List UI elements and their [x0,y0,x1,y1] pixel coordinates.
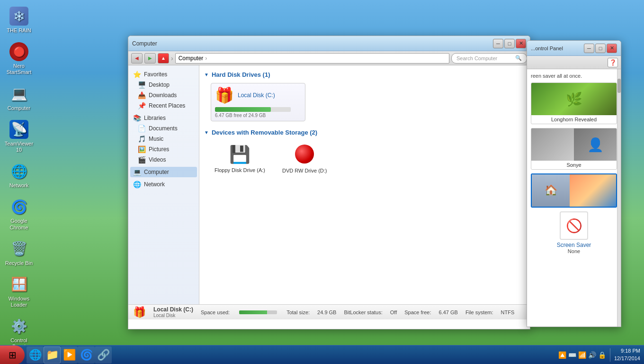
desktop-icon-rain[interactable]: ❄️ THE RAIN [2,5,36,36]
removable-section-header[interactable]: ▼ Devices with Removable Storage (2) [203,127,526,138]
recent-icon: 📌 [138,102,146,109]
desktop-icon-network[interactable]: 🌐 Network [2,160,36,191]
floppy-disk-drive[interactable]: 💾 Floppy Disk Drive (A:) [211,141,269,177]
taskbar-media-button[interactable]: ▶️ [61,346,78,364]
hard-disk-section-header[interactable]: ▼ Hard Disk Drives (1) [203,69,526,80]
nero-icon: 🔴 [9,42,28,61]
taskbar: ⊞ 🌐 📁 ▶️ 🌀 🔗 🔼 ⌨️ 📶 🔊 🔒 9:18 PM 12/17/20… [0,345,644,364]
desktop-icons: ❄️ THE RAIN 🔴 Nero StartSmart 💻 Computer… [2,5,36,364]
sidebar-item-pictures[interactable]: 🖼️ Pictures [130,144,197,155]
sidebar-item-documents[interactable]: 📄 Documents [130,123,197,134]
control-panel-window: ...ontrol Panel ─ □ ✕ ❓ reen saver all a… [527,40,621,327]
tray-volume-icon[interactable]: 🔊 [588,351,596,359]
cp-thumb-lighthouse[interactable]: 🏠 [531,173,617,208]
sidebar-item-recent[interactable]: 📌 Recent Places [130,100,197,111]
taskbar-clock[interactable]: 9:18 PM 12/17/2014 [614,347,640,362]
drive-gift-icon: 🎁 [215,86,234,104]
library-icon: 📚 [133,114,141,122]
drive-name-text: Local Disk (C:) [238,92,275,99]
removable-label: Devices with Removable Storage (2) [212,129,317,136]
forward-button[interactable]: ▶ [144,53,156,64]
status-drive-sub: Local Disk [153,313,193,318]
documents-icon: 📄 [138,125,146,132]
local-disk-c[interactable]: 🎁 Local Disk (C:) 6.47 GB free of 24.9 G… [211,83,305,121]
sidebar-item-music[interactable]: 🎵 Music [130,134,197,144]
nero-label: Nero StartSmart [4,63,34,75]
drive-top: 🎁 Local Disk (C:) [215,86,275,104]
taskbar-ie-button[interactable]: 🌐 [27,346,44,364]
tray-network-icon[interactable]: 📶 [578,351,586,359]
cp-scrollbar-thumb[interactable] [617,79,621,93]
rain-label: THE RAIN [7,27,31,34]
cp-thumb-sonye[interactable]: 👤 Sonye [531,128,617,170]
desktop-icon-teamviewer[interactable]: 📡 TeamViewer 10 [2,118,36,155]
minimize-button[interactable]: ─ [493,39,503,48]
computer-titlebar: Computer ─ □ ✕ [128,36,530,51]
sidebar-libraries-header[interactable]: 📚 Libraries [130,113,197,123]
sidebar-item-videos[interactable]: 🎬 Videos [130,155,197,165]
sonye-thumb-label: Sonye [531,161,617,169]
explorer-icon: 📁 [46,349,59,361]
computer-sidebar-icon: 💻 [133,168,141,176]
cp-scrollbar[interactable] [617,69,621,327]
desktop-icon-winloader[interactable]: 🪟 Windows Loader [2,273,36,310]
sidebar-item-downloads[interactable]: 📥 Downloads [130,90,197,100]
cp-content: reen saver all at once. 🌿 Longhorn Revea… [527,69,621,327]
desktop-icon-recycle[interactable]: 🗑️ Recycle Bin [2,237,36,268]
desktop-icon-nero[interactable]: 🔴 Nero StartSmart [2,40,36,77]
address-field[interactable]: Computer › [175,53,449,64]
up-button[interactable]: ▲ [158,53,169,64]
screensaver-value: None [568,248,580,254]
sidebar-item-desktop[interactable]: 🖥️ Desktop [130,80,197,90]
bitlocker-label: BitLocker status: [344,309,382,315]
maximize-button[interactable]: □ [504,39,515,48]
cp-maximize-button[interactable]: □ [595,44,606,53]
sidebar-favorites-header[interactable]: ⭐ Favorites [130,69,197,80]
computer-section: 💻 Computer [130,167,197,177]
taskbar-network-button[interactable]: 🔗 [95,346,112,364]
sidebar-item-network[interactable]: 🌐 Network [130,179,197,190]
sidebar-item-computer[interactable]: 💻 Computer [130,167,197,177]
desktop-icon-computer[interactable]: 💻 Computer [2,82,36,113]
network-sidebar-icon: 🌐 [133,181,141,188]
taskbar-explorer-button[interactable]: 📁 [44,346,61,364]
dvd-icon [295,145,314,165]
dvd-rw-drive[interactable]: DVD RW Drive (D:) [278,141,331,177]
clock-date: 12/17/2014 [614,355,640,362]
cp-close-button[interactable]: ✕ [607,44,617,53]
ie-icon: 🌐 [29,349,42,361]
chrome-taskbar-icon: 🌀 [80,349,93,361]
sidebar-music-label: Music [149,136,163,142]
tray-arrow-icon[interactable]: 🔼 [558,351,566,359]
screensaver-label[interactable]: Screen Saver [557,242,591,248]
network-section: 🌐 Network [130,179,197,190]
computer-window: Computer ─ □ ✕ ◀ ▶ ▲ › Computer › Search… [128,36,530,329]
close-button[interactable]: ✕ [516,39,526,48]
address-bar: ◀ ▶ ▲ › Computer › Search Computer 🔍 [128,51,530,65]
total-size-label: Total size: [286,309,310,315]
rain-icon: ❄️ [9,7,28,26]
desktop-icon-chrome[interactable]: 🌀 Google Chrome [2,195,36,232]
taskbar-chrome-button[interactable]: 🌀 [78,346,95,364]
status-drive-name-text: Local Disk (C:) [153,306,193,313]
search-field[interactable]: Search Computer 🔍 [451,53,527,64]
drive-bar-container [215,107,291,112]
sidebar-pictures-label: Pictures [149,146,169,153]
address-arrow: › [205,55,207,62]
filesystem-label: File system: [465,309,493,315]
start-button[interactable]: ⊞ [0,346,25,364]
control-icon: ⚙️ [9,317,28,336]
back-button[interactable]: ◀ [131,53,143,64]
space-used-label: Space used: [201,309,230,315]
winloader-icon: 🪟 [9,275,28,294]
sidebar-network-label: Network [144,181,165,188]
sonye-thumb-img: 👤 [531,128,617,161]
status-drive-icon: 🎁 [133,306,146,318]
computer-icon: 💻 [9,84,28,103]
tray-lock-icon[interactable]: 🔒 [598,351,606,359]
cp-thumb-longhorn[interactable]: 🌿 Longhorn Revealed [531,82,617,124]
screensaver-icon: 🚫 [560,211,588,240]
cp-help-button[interactable]: ❓ [608,58,618,67]
cp-minimize-button[interactable]: ─ [584,44,594,53]
tray-keyboard-icon[interactable]: ⌨️ [568,351,576,359]
